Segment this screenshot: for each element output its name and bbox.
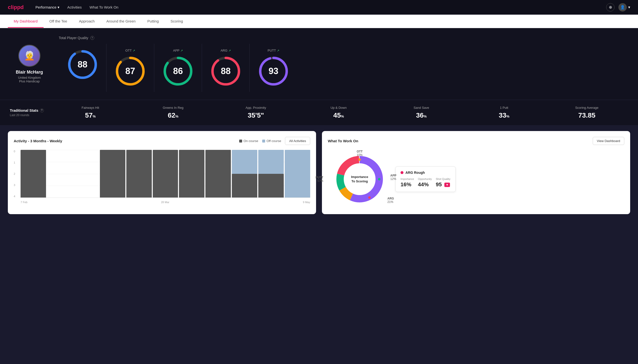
donut-label-putt: PUTT 57%: [316, 176, 323, 182]
on-course-bar: [100, 150, 125, 198]
gauge-putt-circle: 93: [258, 55, 289, 87]
bottom-section: Activity - 3 Months - Weekly On course O…: [0, 125, 638, 220]
work-on-content: OTT 10% APP 12% ARG 21% PUTT: [328, 150, 624, 208]
tpq-label: Total Player Quality ?: [59, 36, 628, 40]
chart-y-labels: 4 3 2 1 0: [14, 150, 19, 198]
chart-x-labels: 7 Feb 28 Mar 9 May: [21, 201, 310, 204]
traditional-stats: Traditional Stats ? Last 20 rounds Fairw…: [0, 100, 638, 125]
stat-app-proximity: App. Proximity 35'5": [215, 106, 297, 119]
tab-off-the-tee[interactable]: Off the Tee: [44, 15, 73, 28]
svg-point-16: [368, 196, 371, 199]
nav-activities[interactable]: Activities: [67, 5, 82, 9]
bar-group: [232, 150, 257, 198]
bar-chart: 4 3 2 1 0 7 Feb 28 Mar 9 May: [14, 150, 310, 204]
donut-label-app: APP 12%: [390, 174, 396, 180]
bar-group: [73, 150, 99, 198]
bar-group: [126, 150, 152, 198]
svg-point-14: [358, 158, 361, 161]
on-course-bar: [179, 150, 204, 198]
bar-group: [285, 150, 310, 198]
tab-putting[interactable]: Putting: [141, 15, 165, 28]
legend-off-course: Off course: [262, 139, 281, 143]
player-handicap: Plus Handicap: [19, 80, 40, 83]
on-course-bar: [153, 150, 178, 198]
gauge-putt: PUTT ↗ 93: [250, 44, 297, 92]
donut-center-label: Importance To Scoring: [351, 174, 368, 183]
header: clippd Performance ▾ Activities What To …: [0, 0, 638, 15]
svg-point-15: [378, 178, 380, 180]
tab-my-dashboard[interactable]: My Dashboard: [8, 15, 44, 28]
work-on-card: What To Work On View Dashboard OTT 10% A…: [322, 131, 630, 214]
gauge-ott-label: OTT ↗: [125, 49, 135, 52]
arg-detail-header: ARG Rough: [400, 171, 451, 174]
gauge-app-value: 86: [173, 66, 183, 76]
gauge-ott: OTT ↗ 87: [106, 44, 154, 92]
off-course-bar: [285, 150, 310, 198]
trad-help-icon[interactable]: ?: [40, 108, 44, 112]
arg-trend-icon: ↗: [229, 49, 231, 52]
gauge-ott-circle: 87: [114, 55, 146, 87]
bar-group: [47, 150, 73, 198]
add-button[interactable]: ⊕: [606, 3, 614, 12]
avatar-icon: 👤: [618, 3, 627, 12]
bar-group: [21, 150, 46, 198]
logo[interactable]: clippd: [8, 4, 24, 10]
tab-approach[interactable]: Approach: [73, 15, 100, 28]
gauge-putt-label: PUTT ↗: [268, 49, 279, 52]
work-on-card-header: What To Work On View Dashboard: [328, 137, 624, 145]
view-dashboard-button[interactable]: View Dashboard: [593, 137, 624, 145]
gauge-arg-value: 88: [221, 66, 231, 76]
stat-fairways-hit: Fairways Hit 57%: [49, 106, 132, 119]
chart-bars-container: [21, 150, 310, 198]
gauge-app-circle: 86: [162, 55, 194, 87]
arg-detail-title: ARG Rough: [405, 171, 425, 174]
arg-metric-importance: Importance 16%: [400, 178, 414, 188]
user-menu-button[interactable]: 👤 ▾: [618, 3, 630, 12]
off-course-bar: [232, 150, 257, 174]
gauge-arg-circle: 88: [210, 55, 242, 87]
all-activities-button[interactable]: All Activities: [285, 137, 310, 145]
gauge-overall-circle: 88: [67, 49, 98, 80]
tpq-section: Total Player Quality ? 88: [59, 36, 628, 92]
stat-greens-in-reg: Greens In Reg 62%: [132, 106, 215, 119]
off-course-legend-dot: [262, 140, 265, 142]
gauge-putt-value: 93: [269, 66, 278, 76]
bar-group: [179, 150, 204, 198]
tab-around-the-green[interactable]: Around the Green: [101, 15, 141, 28]
trad-stats-label: Traditional Stats ? Last 20 rounds: [10, 108, 49, 117]
legend-on-course: On course: [239, 139, 258, 143]
nav-what-to-work-on[interactable]: What To Work On: [90, 5, 118, 9]
off-course-bar: [258, 150, 284, 174]
stat-1-putt: 1 Putt 33%: [463, 106, 545, 119]
on-course-bar: [258, 174, 284, 198]
trad-stats-title: Traditional Stats ?: [10, 108, 49, 112]
hero-section: 🧑‍🦳 Blair McHarg United Kingdom Plus Han…: [0, 28, 638, 100]
stat-up-and-down: Up & Down 45%: [297, 106, 380, 119]
bar-group: [258, 150, 284, 198]
arg-dot-icon: [400, 171, 403, 174]
on-course-bar: [205, 150, 231, 198]
bar-group: [153, 150, 178, 198]
work-on-card-title: What To Work On: [328, 139, 358, 143]
gauge-overall: 88: [59, 44, 106, 92]
arg-detail-card: ARG Rough Importance 16% Opportunity 44%…: [395, 166, 456, 192]
arg-metric-opportunity: Opportunity 44%: [418, 178, 432, 188]
gauge-ott-value: 87: [125, 66, 135, 76]
player-name: Blair McHarg: [16, 70, 43, 75]
nav-performance[interactable]: Performance ▾: [36, 5, 60, 10]
gauge-app: APP ↗ 86: [154, 44, 202, 92]
player-info: 🧑‍🦳 Blair McHarg United Kingdom Plus Han…: [10, 45, 49, 83]
bar-group: [100, 150, 125, 198]
ott-trend-icon: ↗: [133, 49, 135, 52]
bar-group: [205, 150, 231, 198]
putt-trend-icon: ↗: [277, 49, 279, 52]
gauge-arg-label: ARG ↗: [221, 49, 231, 52]
tpq-help-icon[interactable]: ?: [90, 36, 94, 40]
gauge-app-label: APP ↗: [173, 49, 183, 52]
shot-quality-badge: ▼: [444, 182, 450, 187]
stat-scoring-average: Scoring Average 73.85: [545, 106, 628, 119]
donut-chart-wrapper: OTT 10% APP 12% ARG 21% PUTT: [328, 152, 391, 206]
tab-scoring[interactable]: Scoring: [165, 15, 189, 28]
activity-card-title: Activity - 3 Months - Weekly: [14, 139, 62, 143]
donut-label-arg: ARG 21%: [387, 197, 394, 204]
